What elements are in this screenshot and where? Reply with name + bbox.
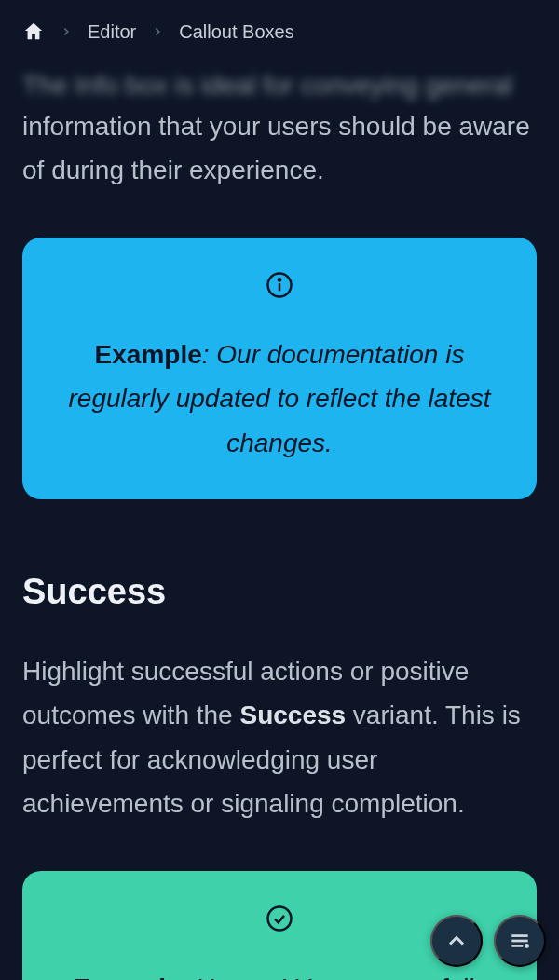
section-text-success: Highlight successful actions or positive…	[22, 649, 537, 826]
callout-info-text: Example: Our documentation is regularly …	[60, 333, 499, 466]
callout-info: Example: Our documentation is regularly …	[22, 238, 537, 499]
callout-label: Example	[95, 340, 202, 369]
success-strong: Success	[239, 701, 346, 729]
section-heading-success: Success	[22, 572, 537, 612]
breadcrumb-editor-link[interactable]: Editor	[88, 21, 136, 43]
scroll-to-top-button[interactable]	[430, 915, 483, 967]
home-icon	[23, 21, 44, 42]
svg-point-3	[268, 906, 292, 930]
toc-menu-button[interactable]	[494, 915, 546, 967]
partial-intro-line: The Info box is ideal for conveying gene…	[22, 63, 537, 108]
breadcrumb: Editor Callout Boxes	[0, 0, 559, 63]
fab-container	[430, 915, 546, 967]
svg-point-7	[526, 945, 528, 946]
page-content: The Info box is ideal for conveying gene…	[0, 63, 559, 980]
info-icon	[60, 271, 499, 299]
chevron-up-icon	[443, 928, 470, 954]
intro-text: information that your users should be aw…	[22, 104, 537, 193]
chevron-right-icon	[151, 25, 164, 38]
svg-point-2	[279, 279, 280, 280]
callout-success-text: Example: Hooray! You successfully comple…	[60, 966, 499, 980]
breadcrumb-current: Callout Boxes	[179, 21, 293, 43]
chevron-right-icon	[60, 25, 73, 38]
breadcrumb-home-link[interactable]	[22, 20, 45, 43]
callout-label: Example	[73, 973, 180, 980]
list-icon	[508, 929, 532, 953]
